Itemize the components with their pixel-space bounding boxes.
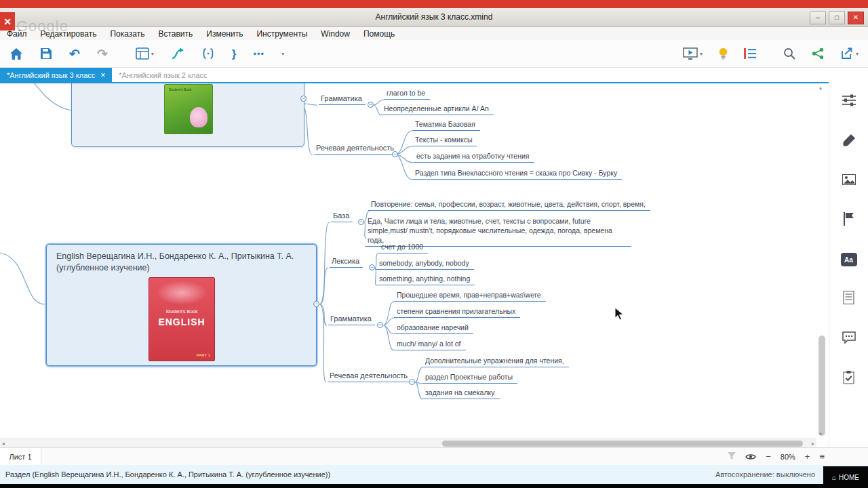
status-bar: Раздел (English Верещагина И.Н., Бондаре…	[0, 465, 868, 484]
collapse-toggle[interactable]: −	[392, 151, 398, 157]
sheet-menu-button[interactable]: ≡	[819, 452, 825, 461]
topic[interactable]: счет до 1000	[378, 242, 428, 253]
visibility-eye-icon[interactable]	[745, 451, 756, 463]
tools-dropdown-icon[interactable]: ▾	[281, 51, 284, 57]
zoom-out-button[interactable]: −	[766, 452, 771, 461]
collapse-toggle[interactable]: −	[300, 96, 307, 102]
menu-view[interactable]: Показать	[110, 29, 144, 39]
marker-panel-icon[interactable]	[843, 212, 855, 228]
tab-label: *Английский язык 3 класс	[7, 71, 95, 79]
main-topic-title: English Верещагина И.Н., Бондаренко К. А…	[47, 245, 316, 274]
scroll-up-icon[interactable]: ▴	[819, 85, 822, 91]
redo-button[interactable]: ↷	[97, 47, 108, 60]
maximize-button[interactable]: □	[829, 12, 845, 24]
export-button[interactable]: ▾	[840, 47, 859, 60]
menu-insert[interactable]: Вставить	[158, 29, 193, 39]
save-button[interactable]	[40, 47, 52, 60]
scroll-left-icon[interactable]: ◂	[2, 440, 5, 447]
style-panel-icon[interactable]	[842, 94, 856, 109]
home-button[interactable]	[9, 47, 23, 60]
font-panel-icon[interactable]: Aa	[841, 253, 857, 266]
lightbulb-button[interactable]	[719, 47, 728, 60]
topic[interactable]: Дополнительные упражнения для чтения,	[422, 356, 569, 367]
image-panel-icon[interactable]	[842, 174, 856, 188]
home-icon: ⌂	[832, 474, 836, 481]
topic[interactable]: раздел Проектные работы	[422, 372, 517, 384]
zoom-level[interactable]: 80%	[781, 453, 795, 461]
topic[interactable]: somebody, anybody, nobody	[376, 258, 474, 270]
filter-icon[interactable]	[728, 451, 736, 463]
collapse-toggle[interactable]: −	[409, 379, 415, 385]
topic[interactable]: something, anything, nothing	[376, 274, 475, 285]
topic-label[interactable]: Грамматика	[328, 314, 375, 325]
chevron-down-icon[interactable]: ▾	[856, 51, 859, 57]
topic[interactable]: Неопределенные артикли A/ An	[381, 104, 494, 115]
collapse-toggle[interactable]: −	[377, 322, 383, 328]
topic-english-2-class[interactable]: Student's Book	[71, 83, 304, 147]
topic-label[interactable]: Грамматика	[319, 94, 366, 105]
vertical-scrollbar[interactable]: ▴ ▾	[816, 83, 827, 439]
format-side-panel: Aa	[829, 83, 868, 447]
zoom-in-button[interactable]: +	[805, 452, 810, 461]
undo-button[interactable]: ↶	[69, 47, 80, 60]
horizontal-scrollbar[interactable]: ◂ ▸	[0, 439, 816, 447]
collapse-toggle[interactable]: −	[358, 219, 364, 225]
format-brush-icon[interactable]	[842, 134, 856, 150]
more-tools-button[interactable]: •••	[253, 49, 264, 58]
window-controls: – □ ✕	[810, 12, 864, 24]
menu-bar: Файл Редактировать Показать Вставить Изм…	[0, 27, 868, 40]
title-bar: Английский язык 3 класс.xmind – □ ✕	[0, 8, 868, 27]
summary-button[interactable]: }	[232, 48, 237, 60]
topic[interactable]: Тематика Базовая	[412, 119, 480, 131]
relationship-button[interactable]	[171, 47, 184, 60]
search-button[interactable]	[783, 47, 795, 60]
topic-label[interactable]: Лексика	[330, 256, 363, 268]
collapse-toggle[interactable]: −	[369, 264, 375, 270]
topic[interactable]: задания на смекалку	[422, 388, 500, 399]
topic[interactable]: much/ many/ a lot of	[394, 339, 466, 350]
topic[interactable]: Повторение: семья, профессии, возраст, ж…	[368, 199, 650, 211]
menu-edit[interactable]: Редактировать	[41, 29, 97, 39]
topic[interactable]: Прошедшее время, прав+неправ+was\were	[394, 290, 546, 302]
minimize-button[interactable]: –	[810, 12, 826, 24]
presentation-button[interactable]: ▾	[683, 47, 703, 60]
tasks-panel-icon[interactable]	[843, 371, 854, 387]
outline-panel-icon[interactable]	[843, 291, 854, 307]
close-button[interactable]: ✕	[848, 12, 864, 24]
horizontal-scrollbar-thumb[interactable]	[442, 441, 803, 447]
chevron-down-icon[interactable]: ▾	[151, 51, 154, 57]
topic[interactable]: Раздел типа Внеклассного чтения = сказка…	[412, 168, 622, 180]
vertical-scrollbar-thumb[interactable]	[818, 336, 825, 436]
topic[interactable]: есть задания на отработку чтения	[414, 151, 534, 163]
notes-button[interactable]	[744, 48, 756, 59]
menu-window[interactable]: Window	[321, 29, 350, 39]
tab-english-2[interactable]: *Английский язык 2 класс	[112, 68, 214, 82]
menu-tools[interactable]: Инструменты	[256, 29, 307, 39]
close-icon[interactable]: ×	[100, 71, 105, 79]
home-indicator: ⌂ HOME	[823, 466, 868, 488]
mouse-cursor	[614, 307, 624, 321]
topic[interactable]: глагол to be	[384, 88, 430, 100]
tab-english-3[interactable]: *Английский язык 3 класс ×	[0, 68, 112, 82]
boundary-button[interactable]	[201, 47, 215, 60]
main-topic[interactable]: English Верещагина И.Н., Бондаренко К. А…	[46, 244, 317, 366]
sheet-button[interactable]: ▾	[136, 47, 154, 60]
share-button[interactable]	[812, 47, 824, 60]
toolbar: ↶ ↷ ▾ } ••• ▾ ▾ ▾	[0, 40, 868, 68]
comments-panel-icon[interactable]	[842, 331, 856, 346]
topic-label[interactable]: База	[331, 211, 353, 222]
topic[interactable]: степени сравнения прилагательных	[394, 306, 520, 318]
topic[interactable]: Тексты - комиксы	[412, 135, 477, 146]
collapse-toggle[interactable]: −	[368, 102, 374, 108]
scroll-down-icon[interactable]: ▾	[819, 431, 822, 437]
menu-help[interactable]: Помощь	[363, 29, 395, 39]
mindmap-canvas[interactable]: Student's Book − Грамматика − глагол to …	[0, 83, 829, 447]
topic-label[interactable]: Речевая деятельность	[314, 143, 397, 155]
chevron-down-icon[interactable]: ▾	[700, 51, 703, 57]
scroll-right-icon[interactable]: ▸	[812, 440, 814, 447]
topic[interactable]: образование наречий	[394, 323, 473, 334]
sheet-tab[interactable]: Лист 1	[0, 448, 41, 465]
menu-modify[interactable]: Изменить	[206, 29, 243, 39]
topic-label[interactable]: Речевая деятельность	[328, 371, 411, 382]
collapse-toggle[interactable]: −	[313, 301, 319, 307]
